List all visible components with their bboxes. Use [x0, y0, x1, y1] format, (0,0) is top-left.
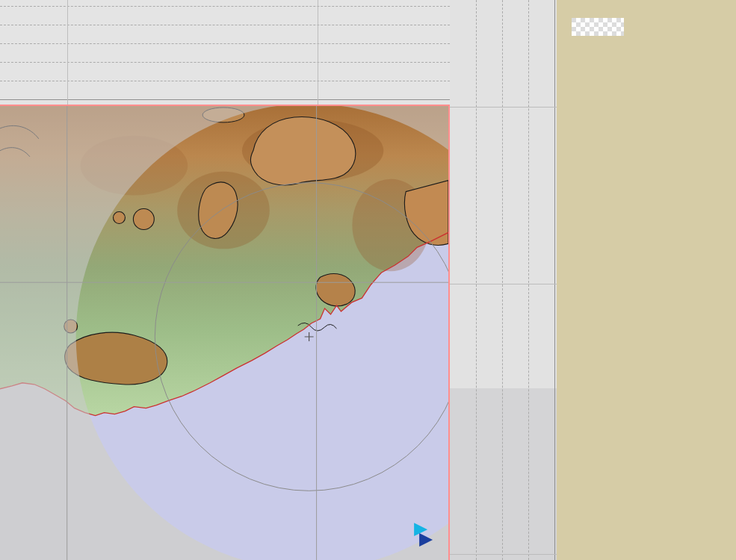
glacier-contour — [113, 212, 125, 224]
top-noise — [0, 0, 450, 105]
side-cross-section-panel — [450, 0, 557, 560]
legend-nodata-swatch — [572, 18, 624, 36]
top-cross-section-panel — [0, 0, 450, 105]
radar-app — [0, 0, 736, 560]
map-image[interactable] — [0, 106, 448, 560]
product-info-sidebar — [557, 0, 736, 560]
side-noise — [450, 105, 557, 560]
map-view[interactable] — [0, 105, 450, 560]
glacier-contour — [133, 209, 154, 230]
